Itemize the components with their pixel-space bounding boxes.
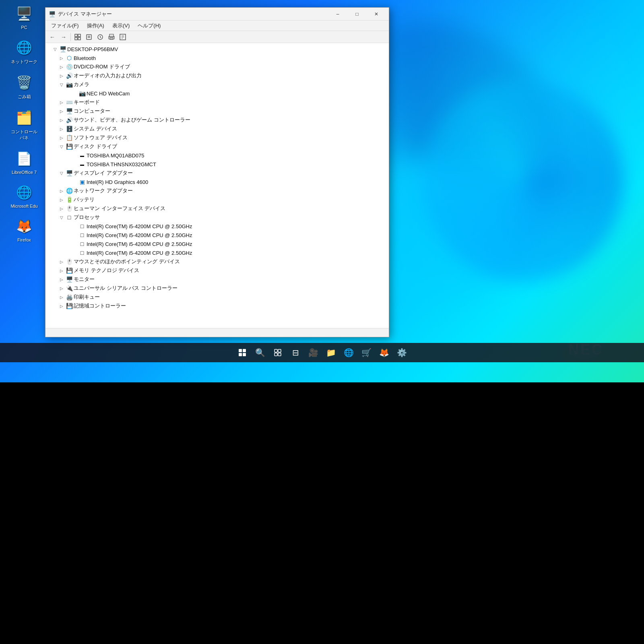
settings-taskbar-button[interactable]: ⚙️	[394, 345, 410, 361]
tree-item-cpu1[interactable]: ▷ □ Intel(R) Core(TM) i5-4200M CPU @ 2.5…	[45, 222, 389, 231]
desktop-icon-firefox[interactable]: 🦊 Firefox	[8, 217, 40, 242]
forward-button[interactable]: →	[58, 32, 69, 42]
expand-icon[interactable]: ▷	[58, 294, 65, 300]
expand-icon[interactable]: ▽	[58, 143, 65, 150]
svg-rect-10	[110, 38, 113, 39]
tree-item-system[interactable]: ▷ 🗄️ システム デバイス	[45, 124, 389, 133]
tree-root[interactable]: ▽ 🖥️ DESKTOP-PP56BMV	[45, 45, 389, 54]
tree-item-processor[interactable]: ▽ □ プロセッサ	[45, 213, 389, 222]
root-expand-icon[interactable]: ▽	[52, 46, 58, 52]
back-button[interactable]: ←	[47, 32, 58, 42]
hdd-icon: ▬	[79, 153, 85, 158]
expand-icon[interactable]: ▷	[58, 99, 65, 105]
expand-icon[interactable]: ▷	[58, 276, 65, 283]
teams-button[interactable]: 🎥	[305, 345, 321, 361]
tree-item-monitor[interactable]: ▷ 🖥️ モニター	[45, 275, 389, 284]
svg-rect-15	[275, 349, 277, 352]
software-icon: 📋	[66, 134, 72, 141]
maximize-button[interactable]: □	[348, 8, 366, 21]
tree-area[interactable]: ▽ 🖥️ DESKTOP-PP56BMV ▷ ⬡ Bluetooth ▷ 💿 D…	[45, 43, 389, 328]
expand-icon[interactable]: ▷	[58, 267, 65, 274]
desktop-icon-libreoffice[interactable]: 📄 LibreOffice 7	[8, 149, 40, 175]
task-view-button[interactable]	[270, 345, 286, 361]
expand-icon[interactable]: ▷	[58, 134, 65, 141]
tree-item-disk[interactable]: ▽ 💾 ディスク ドライブ	[45, 142, 389, 151]
menu-file[interactable]: ファイル(F)	[47, 21, 83, 30]
expand-icon[interactable]: ▷	[58, 126, 65, 132]
expand-icon[interactable]: ▽	[58, 81, 65, 88]
tree-item-usb[interactable]: ▷ 🔌 ユニバーサル シリアル バス コントローラー	[45, 284, 389, 293]
tree-item-cpu4[interactable]: ▷ □ Intel(R) Core(TM) i5-4200M CPU @ 2.5…	[45, 248, 389, 257]
expand-icon[interactable]: ▷	[58, 55, 65, 61]
expand-icon[interactable]: ▽	[58, 214, 65, 221]
store-button[interactable]: 🛒	[358, 345, 374, 361]
tree-item-sound[interactable]: ▷ 🔊 サウンド、ビデオ、およびゲーム コントローラー	[45, 116, 389, 124]
show-hidden-button[interactable]	[72, 32, 83, 42]
tree-item-mouse[interactable]: ▷ 🖱️ マウスとそのほかのポインティング デバイス	[45, 257, 389, 266]
start-button[interactable]	[234, 345, 250, 361]
memory-icon: 💾	[66, 267, 72, 274]
expand-icon[interactable]: ▷	[58, 72, 65, 79]
tree-item-software[interactable]: ▷ 📋 ソフトウェア デバイス	[45, 133, 389, 142]
tree-item-toshiba2[interactable]: ▷ ▬ TOSHIBA THNSNX032GMCT	[45, 160, 389, 169]
tree-item-cpu3[interactable]: ▷ □ Intel(R) Core(TM) i5-4200M CPU @ 2.5…	[45, 239, 389, 248]
expand-icon[interactable]: ▷	[58, 258, 65, 265]
tree-item-keyboard[interactable]: ▷ ⌨️ キーボード	[45, 98, 389, 107]
memory-label: メモリ テクノロジ デバイス	[74, 267, 139, 274]
tree-item-memory[interactable]: ▷ 💾 メモリ テクノロジ デバイス	[45, 266, 389, 275]
tree-item-cpu2[interactable]: ▷ □ Intel(R) Core(TM) i5-4200M CPU @ 2.5…	[45, 231, 389, 239]
expand-icon[interactable]: ▷	[58, 303, 65, 309]
keyboard-icon: ⌨️	[66, 99, 72, 105]
menu-help[interactable]: ヘルプ(H)	[134, 21, 165, 30]
tree-item-battery[interactable]: ▷ 🔋 バッテリ	[45, 195, 389, 204]
expand-icon[interactable]: ▷	[58, 196, 65, 203]
expand-icon[interactable]: ▷	[58, 108, 65, 114]
desktop-icon-controlpanel[interactable]: 🗂️ コントロール パネ	[8, 108, 40, 141]
toolbar-separator-1	[70, 33, 71, 41]
tree-item-storage[interactable]: ▷ 💾 記憶域コントローラー	[45, 301, 389, 310]
disk-label: ディスク ドライブ	[74, 143, 117, 150]
file-explorer-button[interactable]: 📁	[323, 345, 339, 361]
expand-icon[interactable]: ▷	[58, 117, 65, 123]
properties-button[interactable]	[84, 32, 94, 42]
menu-view[interactable]: 表示(V)	[108, 21, 134, 30]
update-driver-button[interactable]	[95, 32, 105, 42]
tree-item-audio[interactable]: ▷ 🔊 オーディオの入力および出力	[45, 71, 389, 80]
system-label: システム デバイス	[74, 125, 117, 132]
tree-item-toshiba1[interactable]: ▷ ▬ TOSHIBA MQ01ABD075	[45, 151, 389, 160]
expand-icon[interactable]: ▷	[58, 188, 65, 194]
menu-action[interactable]: 操作(A)	[83, 21, 108, 30]
tree-item-computer[interactable]: ▷ 🖥️ コンピューター	[45, 107, 389, 116]
hid-icon: 🖱️	[66, 205, 72, 212]
desktop-icon-pc[interactable]: 🖥️ PC	[8, 4, 40, 30]
edge-button[interactable]: 🌐	[341, 345, 357, 361]
tree-item-intel-graphics[interactable]: ▷ ▣ Intel(R) HD Graphics 4600	[45, 178, 389, 186]
desktop-icon-network[interactable]: 🌐 ネットワーク	[8, 38, 40, 65]
toshiba1-label: TOSHIBA MQ01ABD075	[87, 153, 144, 159]
tree-item-camera[interactable]: ▽ 📷 カメラ	[45, 80, 389, 89]
expand-icon[interactable]: ▷	[58, 64, 65, 70]
expand-icon[interactable]: ▷	[58, 285, 65, 291]
minimize-button[interactable]: –	[328, 8, 347, 21]
tree-item-hid[interactable]: ▷ 🖱️ ヒューマン インターフェイス デバイス	[45, 204, 389, 213]
desktop-icon-label: LibreOffice 7	[12, 170, 37, 175]
widgets-button[interactable]: ⊟	[287, 345, 303, 361]
tree-item-display[interactable]: ▽ 🖥️ ディスプレイ アダプター	[45, 169, 389, 178]
tree-item-network[interactable]: ▷ 🌐 ネットワーク アダプター	[45, 186, 389, 195]
tree-item-webcam[interactable]: ▷ 📷 NEC HD WebCam	[45, 89, 389, 98]
monitor-icon: 🖥️	[66, 276, 72, 283]
tree-item-bluetooth[interactable]: ▷ ⬡ Bluetooth	[45, 54, 389, 62]
desktop-icon-msedge[interactable]: 🌐 Microsoft Edu	[8, 183, 40, 208]
tree-item-print[interactable]: ▷ 🖨️ 印刷キュー	[45, 293, 389, 301]
expand-icon[interactable]: ▷	[58, 205, 65, 212]
desktop-icon-trash[interactable]: 🗑️ ごみ箱	[8, 73, 40, 100]
svg-rect-1	[78, 34, 80, 37]
ssd-icon: ▬	[79, 162, 85, 167]
close-button[interactable]: ✕	[367, 8, 386, 21]
tree-item-dvd[interactable]: ▷ 💿 DVD/CD-ROM ドライブ	[45, 62, 389, 71]
print-button[interactable]	[106, 32, 117, 42]
help-button[interactable]	[118, 32, 128, 42]
expand-icon[interactable]: ▽	[58, 170, 65, 176]
firefox-taskbar-button[interactable]: 🦊	[376, 345, 392, 361]
search-button[interactable]: 🔍	[252, 345, 268, 361]
